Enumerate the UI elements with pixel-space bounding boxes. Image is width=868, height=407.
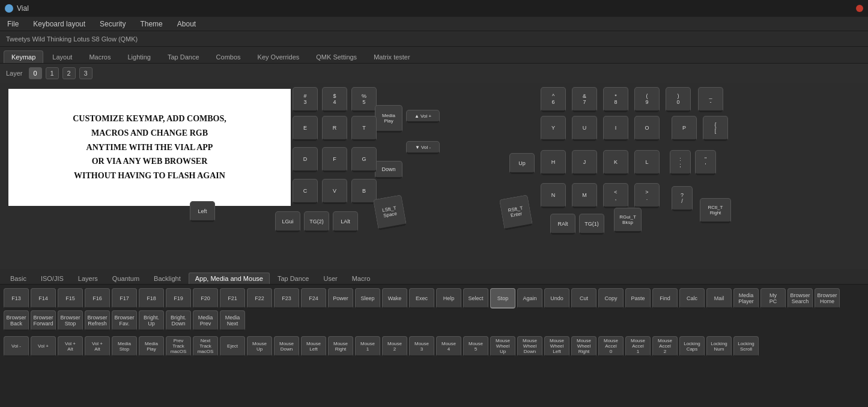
key-k29[interactable]: K (603, 150, 628, 175)
key-k18[interactable]: I (603, 116, 628, 141)
key-k44[interactable]: TG(2) (304, 211, 329, 232)
btab-quantum[interactable]: Quantum (106, 273, 146, 284)
tab-layout[interactable]: Layout (44, 50, 80, 63)
close-button[interactable] (856, 5, 863, 12)
key-k37[interactable]: B (351, 179, 377, 204)
key-k25[interactable]: G (351, 147, 377, 172)
grid-key[interactable]: MouseWheelRight (571, 336, 596, 357)
grid-key[interactable]: LockingNum (706, 336, 732, 357)
grid-key[interactable]: Vol +Alt (58, 336, 83, 357)
layer-btn-3[interactable]: 3 (79, 67, 93, 79)
key-k38[interactable]: N (541, 183, 566, 208)
menu-keyboard-layout[interactable]: Keyboard layout (31, 19, 88, 29)
grid-key[interactable]: Bright.Down (166, 310, 191, 331)
key-k7[interactable]: (9 (634, 87, 660, 112)
grid-key[interactable]: F22 (247, 288, 272, 309)
grid-key[interactable]: F14 (31, 288, 56, 309)
grid-key[interactable]: F20 (193, 288, 218, 309)
grid-key[interactable]: MediaNext (220, 310, 245, 331)
grid-key[interactable]: Mouse4 (436, 336, 461, 357)
key-k8[interactable]: )0 (666, 87, 691, 112)
grid-key[interactable]: Mouse1 (355, 336, 380, 357)
tab-combos[interactable]: Combos (208, 50, 249, 63)
grid-key[interactable]: Mail (706, 288, 732, 309)
key-k9[interactable]: _- (698, 87, 723, 112)
grid-key[interactable]: MouseRight (328, 336, 353, 357)
key-k21[interactable]: {[ (703, 116, 728, 141)
grid-key[interactable]: NextTrackmacOS (193, 336, 218, 357)
btab-basic[interactable]: Basic (4, 273, 33, 284)
menu-file[interactable]: File (5, 19, 21, 29)
btab-tap-dance[interactable]: Tap Dance (271, 273, 316, 284)
grid-key[interactable]: Sleep (355, 288, 380, 309)
grid-key[interactable]: MouseAccel0 (598, 336, 624, 357)
grid-key[interactable]: MouseWheelDown (517, 336, 542, 357)
key-k4[interactable]: ^6 (541, 87, 566, 112)
btab-backlight[interactable]: Backlight (147, 273, 187, 284)
grid-key[interactable]: F15 (58, 288, 83, 309)
grid-key[interactable]: MouseUp (247, 336, 272, 357)
btab-iso-jis[interactable]: ISO/JIS (34, 273, 70, 284)
tab-keymap[interactable]: Keymap (4, 50, 43, 63)
key-k12[interactable]: ▼ Vol - (406, 141, 440, 154)
tab-tap-dance[interactable]: Tap Dance (160, 50, 207, 63)
grid-key[interactable]: BrowserRefresh (85, 310, 110, 331)
grid-key[interactable]: Vol + (31, 336, 56, 357)
btab-app-media-mouse[interactable]: App, Media and Mouse (189, 273, 270, 284)
tab-qmk-settings[interactable]: QMK Settings (308, 50, 365, 63)
key-k46[interactable]: LSft_TSpace (373, 194, 407, 231)
tab-key-overrides[interactable]: Key Overrides (250, 50, 308, 63)
key-k49[interactable]: TG(1) (579, 214, 604, 235)
key-k47[interactable]: RSft_TEnter (499, 194, 533, 231)
key-k15[interactable]: T (351, 116, 377, 141)
key-k43[interactable]: LGui (275, 211, 300, 232)
grid-key[interactable]: F13 (4, 288, 29, 309)
grid-key[interactable]: Exec (409, 288, 434, 309)
grid-key[interactable]: Cut (571, 288, 596, 309)
key-k42[interactable]: Left (190, 201, 215, 222)
grid-key[interactable]: PrevTrackmacOS (166, 336, 191, 357)
grid-key[interactable]: Mouse3 (409, 336, 434, 357)
grid-key[interactable]: LockingScroll (733, 336, 759, 357)
grid-key[interactable]: MouseAccel2 (652, 336, 678, 357)
key-k26[interactable]: Up (509, 153, 535, 174)
key-k13[interactable]: E (293, 116, 318, 141)
grid-key[interactable]: F19 (166, 288, 191, 309)
grid-key[interactable]: Again (517, 288, 542, 309)
grid-key[interactable]: Mouse5 (463, 336, 488, 357)
grid-key[interactable]: BrowserStop (58, 310, 83, 331)
key-k35[interactable]: C (293, 179, 318, 204)
tab-macros[interactable]: Macros (81, 50, 118, 63)
grid-key[interactable]: F23 (274, 288, 299, 309)
grid-key[interactable]: Paste (625, 288, 651, 309)
grid-key[interactable]: Find (652, 288, 678, 309)
key-k24[interactable]: F (322, 147, 347, 172)
layer-btn-2[interactable]: 2 (62, 67, 76, 79)
grid-key[interactable]: MouseAccel1 (625, 336, 651, 357)
layer-btn-0[interactable]: 0 (29, 67, 42, 79)
key-k17[interactable]: U (572, 116, 597, 141)
menu-theme[interactable]: Theme (138, 19, 165, 29)
grid-key[interactable]: Calc (679, 288, 705, 309)
key-k50[interactable]: RGui_TBksp (614, 208, 642, 233)
grid-key[interactable]: Help (436, 288, 461, 309)
key-k3[interactable]: %5 (351, 87, 377, 112)
grid-key[interactable]: LockingCaps (679, 336, 705, 357)
grid-key[interactable]: Undo (544, 288, 569, 309)
grid-key[interactable]: F24 (301, 288, 326, 309)
layer-btn-1[interactable]: 1 (46, 67, 59, 79)
key-k30[interactable]: L (634, 150, 660, 175)
menu-security[interactable]: Security (97, 19, 128, 29)
grid-key[interactable]: F16 (85, 288, 110, 309)
btab-macro[interactable]: Macro (345, 273, 377, 284)
key-k11[interactable]: ▲ Vol + (406, 110, 440, 123)
grid-key[interactable]: Bright.Up (139, 310, 164, 331)
grid-key[interactable]: Stop (490, 288, 515, 309)
key-k5[interactable]: &7 (572, 87, 597, 112)
grid-key[interactable]: Select (463, 288, 488, 309)
grid-key[interactable]: Wake (382, 288, 407, 309)
key-k40[interactable]: <, (603, 183, 628, 208)
grid-key[interactable]: MouseLeft (301, 336, 326, 357)
key-k31[interactable]: :; (670, 150, 691, 175)
key-k2[interactable]: $4 (322, 87, 347, 112)
